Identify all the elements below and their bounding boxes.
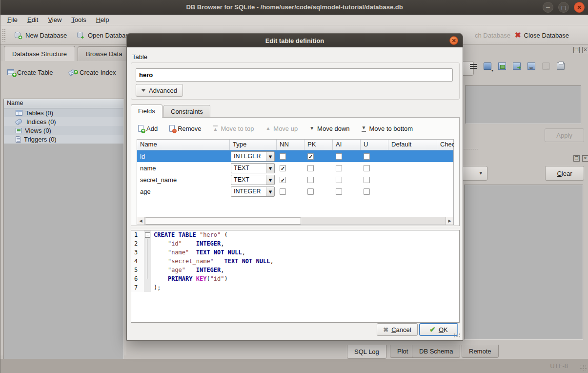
menu-tools[interactable]: Tools (66, 15, 91, 24)
type-combobox[interactable]: TEXT▾ (231, 175, 275, 185)
type-combobox[interactable]: INTEGER▾ (231, 151, 275, 162)
default-cell[interactable] (388, 150, 437, 162)
pk-checkbox[interactable]: ✓ (307, 153, 314, 160)
column-header-ai[interactable]: AI (333, 140, 361, 150)
menu-file[interactable]: File (2, 15, 22, 24)
column-header-check[interactable]: Check (437, 140, 454, 150)
import-file-icon[interactable] (484, 62, 491, 70)
ai-checkbox[interactable] (336, 165, 342, 171)
close-button[interactable]: ✕ (574, 2, 585, 13)
cancel-button[interactable]: ✖ Cancel (377, 323, 418, 336)
dock-close-icon[interactable]: ✕ (582, 47, 588, 53)
dock-float-icon[interactable]: ❐ (573, 47, 580, 53)
ai-checkbox[interactable] (336, 177, 342, 183)
column-header-name[interactable]: Name (137, 140, 230, 150)
chevron-down-icon[interactable]: ▾ (266, 187, 274, 196)
tab-fields[interactable]: Fields (131, 104, 162, 118)
minimize-button[interactable]: ─ (543, 2, 553, 13)
sql-log-view[interactable] (464, 185, 583, 340)
check-cell[interactable] (437, 150, 454, 162)
create-index-button[interactable]: Create Index (69, 66, 116, 79)
export-save-icon[interactable] (498, 62, 506, 70)
close-database-button[interactable]: ✖ Close Database (512, 28, 572, 42)
bottom-tab-db-schema[interactable]: DB Schema (412, 345, 460, 358)
move-down-button[interactable]: ▼Move down (309, 125, 349, 132)
scroll-left-icon[interactable]: ◀ (137, 217, 145, 225)
dialog-close-button[interactable]: ✕ (449, 36, 458, 45)
pk-checkbox[interactable] (307, 165, 314, 171)
tree-item-indices[interactable]: Indices (0) (4, 117, 123, 126)
tree-item-tables[interactable]: Tables (0) (4, 108, 123, 117)
field-name-cell[interactable]: age (137, 186, 230, 197)
type-combobox[interactable]: INTEGER▾ (231, 186, 275, 197)
field-row-name[interactable]: nameTEXT▾✓ (137, 162, 453, 174)
tab-constraints[interactable]: Constraints (163, 105, 210, 118)
pk-checkbox[interactable] (307, 177, 314, 183)
remove-button[interactable]: Remove (169, 125, 201, 132)
ai-checkbox[interactable] (336, 153, 342, 160)
nn-checkbox[interactable] (280, 188, 286, 195)
u-checkbox[interactable] (364, 188, 370, 195)
dock-separator-handle[interactable] (463, 148, 478, 150)
sql-preview-editor[interactable]: 1CREATE TABLE "hero" (2 "id" INTEGER,3 "… (131, 230, 460, 323)
maximize-button[interactable]: ▢ (558, 2, 569, 13)
fold-collapse-icon[interactable] (144, 230, 151, 239)
column-header-pk[interactable]: PK (304, 140, 333, 150)
cell-editor-textarea[interactable] (465, 85, 581, 124)
nn-checkbox[interactable]: ✓ (280, 165, 286, 171)
pk-checkbox[interactable] (307, 188, 314, 195)
field-name-cell[interactable]: name (137, 162, 230, 174)
grid-horizontal-scrollbar[interactable]: ◀ ▶ (137, 217, 453, 225)
dock-close-icon[interactable]: ✕ (582, 155, 588, 162)
field-row-age[interactable]: ageINTEGER▾ (137, 186, 453, 197)
check-cell[interactable] (437, 162, 454, 174)
u-checkbox[interactable] (364, 177, 370, 183)
apply-button[interactable]: Apply (545, 128, 584, 142)
field-row-secret_name[interactable]: secret_nameTEXT▾✓ (137, 174, 453, 186)
field-name-cell[interactable]: secret_name (137, 174, 230, 186)
scrollbar-track[interactable] (145, 217, 446, 225)
tree-header-name[interactable]: Name (4, 99, 123, 108)
open-external-icon[interactable] (513, 62, 521, 70)
menu-edit[interactable]: Edit (22, 15, 43, 24)
check-cell[interactable] (437, 186, 454, 197)
print-icon[interactable] (557, 62, 565, 70)
chevron-down-icon[interactable]: ▾ (266, 152, 274, 161)
default-cell[interactable] (388, 174, 437, 186)
check-cell[interactable] (437, 174, 454, 186)
field-name-cell[interactable]: id (137, 150, 230, 162)
field-row-id[interactable]: idINTEGER▾✓ (137, 150, 453, 162)
tree-item-views[interactable]: Views (0) (4, 126, 123, 135)
column-header-nn[interactable]: NN (277, 140, 304, 150)
tree-item-triggers[interactable]: Triggers (0) (4, 135, 123, 144)
u-checkbox[interactable] (364, 165, 370, 171)
menu-help[interactable]: Help (91, 15, 114, 24)
column-header-default[interactable]: Default (388, 140, 437, 150)
new-database-button[interactable]: New Database (11, 28, 70, 42)
set-null-icon[interactable] (542, 62, 550, 70)
toolbar-grip[interactable] (2, 29, 5, 41)
u-checkbox[interactable] (364, 153, 370, 160)
move-to-bottom-button[interactable]: ▼Move to bottom (362, 125, 413, 132)
chevron-down-icon[interactable]: ▾ (266, 164, 274, 173)
window-titlebar[interactable]: DB Browser for SQLite - /home/user/code/… (0, 0, 588, 15)
column-header-u[interactable]: U (361, 140, 388, 150)
tab-browse-data[interactable]: Browse Data (78, 46, 130, 61)
word-wrap-icon[interactable] (470, 64, 477, 70)
table-name-input[interactable] (136, 68, 453, 82)
advanced-toggle-button[interactable]: Advanced (136, 84, 183, 97)
nn-checkbox[interactable] (280, 153, 286, 160)
dock-float-icon[interactable]: ❐ (573, 155, 580, 162)
column-header-type[interactable]: Type (230, 140, 277, 150)
menu-view[interactable]: View (43, 15, 66, 24)
scrollbar-thumb[interactable] (145, 217, 301, 225)
link-icon[interactable] (527, 62, 535, 70)
type-combobox[interactable]: TEXT▾ (231, 163, 275, 173)
dialog-titlebar[interactable]: Edit table definition ✕ (127, 34, 463, 47)
default-cell[interactable] (388, 186, 437, 197)
tab-database-structure[interactable]: Database Structure (4, 46, 75, 61)
chevron-down-icon[interactable]: ▾ (266, 175, 274, 185)
ok-button[interactable]: ✔ OK (419, 323, 458, 336)
create-table-button[interactable]: Create Table (7, 66, 53, 79)
bottom-tab-remote[interactable]: Remote (462, 345, 499, 358)
